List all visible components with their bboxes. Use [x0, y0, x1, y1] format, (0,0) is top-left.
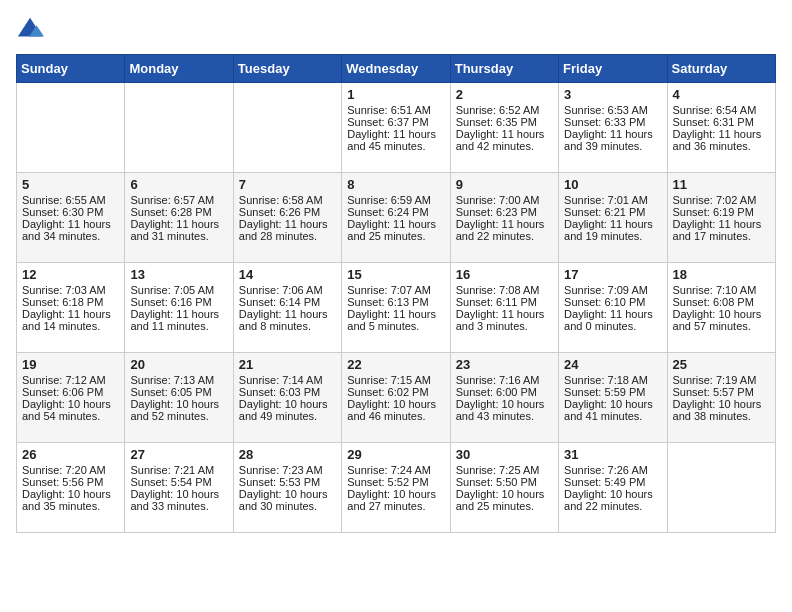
day-info-line: Sunrise: 7:19 AM	[673, 374, 770, 386]
calendar-week-4: 19Sunrise: 7:12 AMSunset: 6:06 PMDayligh…	[17, 353, 776, 443]
day-info-line: Sunrise: 7:02 AM	[673, 194, 770, 206]
day-number: 10	[564, 177, 661, 192]
day-info-line: Daylight: 11 hours and 19 minutes.	[564, 218, 661, 242]
day-info-line: Daylight: 10 hours and 41 minutes.	[564, 398, 661, 422]
day-info-line: Sunrise: 7:24 AM	[347, 464, 444, 476]
day-info-line: Daylight: 11 hours and 3 minutes.	[456, 308, 553, 332]
logo-icon	[16, 16, 44, 44]
day-number: 9	[456, 177, 553, 192]
day-info-line: Sunset: 6:00 PM	[456, 386, 553, 398]
calendar-cell: 10Sunrise: 7:01 AMSunset: 6:21 PMDayligh…	[559, 173, 667, 263]
day-info-line: Daylight: 10 hours and 30 minutes.	[239, 488, 336, 512]
calendar-week-5: 26Sunrise: 7:20 AMSunset: 5:56 PMDayligh…	[17, 443, 776, 533]
day-info-line: Sunset: 6:26 PM	[239, 206, 336, 218]
day-header-wednesday: Wednesday	[342, 55, 450, 83]
day-info-line: Sunrise: 7:16 AM	[456, 374, 553, 386]
day-number: 1	[347, 87, 444, 102]
calendar-cell: 7Sunrise: 6:58 AMSunset: 6:26 PMDaylight…	[233, 173, 341, 263]
day-info-line: Sunset: 6:03 PM	[239, 386, 336, 398]
day-info-line: Sunset: 5:52 PM	[347, 476, 444, 488]
day-number: 16	[456, 267, 553, 282]
day-number: 4	[673, 87, 770, 102]
day-info-line: Sunset: 6:14 PM	[239, 296, 336, 308]
day-info-line: Sunrise: 7:03 AM	[22, 284, 119, 296]
day-info-line: Sunset: 6:28 PM	[130, 206, 227, 218]
day-info-line: Sunrise: 7:25 AM	[456, 464, 553, 476]
calendar-cell	[233, 83, 341, 173]
calendar-cell: 25Sunrise: 7:19 AMSunset: 5:57 PMDayligh…	[667, 353, 775, 443]
day-info-line: Sunset: 6:35 PM	[456, 116, 553, 128]
calendar-cell: 17Sunrise: 7:09 AMSunset: 6:10 PMDayligh…	[559, 263, 667, 353]
logo	[16, 16, 48, 44]
day-info-line: Daylight: 10 hours and 43 minutes.	[456, 398, 553, 422]
day-number: 5	[22, 177, 119, 192]
day-info-line: Sunset: 6:16 PM	[130, 296, 227, 308]
calendar-cell	[125, 83, 233, 173]
day-info-line: Daylight: 11 hours and 28 minutes.	[239, 218, 336, 242]
calendar-cell	[667, 443, 775, 533]
calendar-cell: 6Sunrise: 6:57 AMSunset: 6:28 PMDaylight…	[125, 173, 233, 263]
day-info-line: Daylight: 11 hours and 34 minutes.	[22, 218, 119, 242]
day-info-line: Sunrise: 7:20 AM	[22, 464, 119, 476]
day-info-line: Sunrise: 6:52 AM	[456, 104, 553, 116]
calendar-cell: 1Sunrise: 6:51 AMSunset: 6:37 PMDaylight…	[342, 83, 450, 173]
calendar-cell: 9Sunrise: 7:00 AMSunset: 6:23 PMDaylight…	[450, 173, 558, 263]
calendar-cell: 3Sunrise: 6:53 AMSunset: 6:33 PMDaylight…	[559, 83, 667, 173]
calendar-cell: 15Sunrise: 7:07 AMSunset: 6:13 PMDayligh…	[342, 263, 450, 353]
day-info-line: Sunrise: 6:58 AM	[239, 194, 336, 206]
day-info-line: Daylight: 10 hours and 52 minutes.	[130, 398, 227, 422]
calendar-week-3: 12Sunrise: 7:03 AMSunset: 6:18 PMDayligh…	[17, 263, 776, 353]
day-info-line: Sunset: 6:23 PM	[456, 206, 553, 218]
day-info-line: Daylight: 10 hours and 27 minutes.	[347, 488, 444, 512]
calendar-cell: 29Sunrise: 7:24 AMSunset: 5:52 PMDayligh…	[342, 443, 450, 533]
day-info-line: Daylight: 11 hours and 22 minutes.	[456, 218, 553, 242]
day-info-line: Sunrise: 7:18 AM	[564, 374, 661, 386]
calendar-cell	[17, 83, 125, 173]
day-info-line: Sunrise: 7:15 AM	[347, 374, 444, 386]
day-info-line: Sunrise: 7:06 AM	[239, 284, 336, 296]
day-number: 31	[564, 447, 661, 462]
day-info-line: Daylight: 11 hours and 11 minutes.	[130, 308, 227, 332]
calendar-cell: 8Sunrise: 6:59 AMSunset: 6:24 PMDaylight…	[342, 173, 450, 263]
day-number: 6	[130, 177, 227, 192]
day-number: 2	[456, 87, 553, 102]
day-info-line: Sunrise: 6:57 AM	[130, 194, 227, 206]
day-number: 14	[239, 267, 336, 282]
day-header-saturday: Saturday	[667, 55, 775, 83]
day-info-line: Daylight: 11 hours and 5 minutes.	[347, 308, 444, 332]
day-info-line: Daylight: 10 hours and 57 minutes.	[673, 308, 770, 332]
day-info-line: Sunset: 6:24 PM	[347, 206, 444, 218]
day-info-line: Sunset: 6:02 PM	[347, 386, 444, 398]
day-number: 3	[564, 87, 661, 102]
day-number: 11	[673, 177, 770, 192]
day-header-thursday: Thursday	[450, 55, 558, 83]
day-info-line: Daylight: 10 hours and 49 minutes.	[239, 398, 336, 422]
calendar-week-1: 1Sunrise: 6:51 AMSunset: 6:37 PMDaylight…	[17, 83, 776, 173]
day-info-line: Sunset: 6:10 PM	[564, 296, 661, 308]
day-info-line: Sunrise: 7:12 AM	[22, 374, 119, 386]
day-info-line: Sunset: 5:53 PM	[239, 476, 336, 488]
day-info-line: Sunrise: 7:14 AM	[239, 374, 336, 386]
day-header-sunday: Sunday	[17, 55, 125, 83]
day-info-line: Sunrise: 7:21 AM	[130, 464, 227, 476]
day-number: 25	[673, 357, 770, 372]
day-info-line: Sunset: 5:50 PM	[456, 476, 553, 488]
day-info-line: Sunset: 6:08 PM	[673, 296, 770, 308]
day-info-line: Sunset: 6:33 PM	[564, 116, 661, 128]
day-number: 26	[22, 447, 119, 462]
day-info-line: Sunset: 6:31 PM	[673, 116, 770, 128]
day-info-line: Sunset: 6:21 PM	[564, 206, 661, 218]
day-info-line: Sunrise: 7:07 AM	[347, 284, 444, 296]
day-info-line: Daylight: 11 hours and 14 minutes.	[22, 308, 119, 332]
calendar-cell: 12Sunrise: 7:03 AMSunset: 6:18 PMDayligh…	[17, 263, 125, 353]
day-number: 20	[130, 357, 227, 372]
day-info-line: Sunset: 6:19 PM	[673, 206, 770, 218]
day-number: 27	[130, 447, 227, 462]
day-info-line: Daylight: 10 hours and 46 minutes.	[347, 398, 444, 422]
day-info-line: Sunset: 5:56 PM	[22, 476, 119, 488]
day-info-line: Daylight: 11 hours and 25 minutes.	[347, 218, 444, 242]
calendar-header-row: SundayMondayTuesdayWednesdayThursdayFrid…	[17, 55, 776, 83]
day-info-line: Sunrise: 7:09 AM	[564, 284, 661, 296]
day-info-line: Sunset: 6:13 PM	[347, 296, 444, 308]
day-number: 19	[22, 357, 119, 372]
